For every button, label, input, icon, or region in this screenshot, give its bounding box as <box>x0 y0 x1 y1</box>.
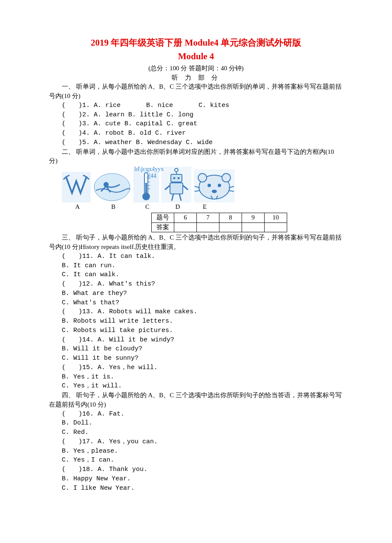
s4-line: B. Happy New Year. <box>49 474 343 484</box>
section-1-intro: 一、 听单词，从每小题所给的 A、B、C 三个选项中选出你所听到的单词，并将答案… <box>49 82 343 101</box>
meta-line: (总分：100 分 答题时间：40 分钟) <box>49 64 343 73</box>
svg-rect-6 <box>145 183 147 196</box>
robot-icon <box>161 167 191 202</box>
ans-6[interactable] <box>174 222 197 232</box>
ans-8[interactable] <box>219 222 242 232</box>
col-9: 9 <box>242 213 265 222</box>
ans-7[interactable] <box>197 222 219 232</box>
section-2-labels: A B C D E <box>63 202 343 212</box>
s3-line: C. Will it be sunny? <box>49 354 343 363</box>
image-c-thermometer <box>133 170 159 202</box>
label-c: C <box>135 202 160 212</box>
image-a-snowflake <box>62 172 91 202</box>
svg-point-27 <box>208 184 211 187</box>
image-e-tiger <box>194 169 235 202</box>
s3-line: ( )12. A. What's this? <box>49 280 343 289</box>
table-row: 答案 <box>152 222 287 232</box>
s1-q2: ( )2. A. learn B. little C. long <box>49 110 343 120</box>
col-10: 10 <box>265 213 287 222</box>
snowflake-icon <box>62 172 91 202</box>
page-title: 2019 年四年级英语下册 Module4 单元综合测试外研版 <box>49 36 343 49</box>
svg-point-25 <box>198 173 207 182</box>
svg-point-16 <box>173 177 176 179</box>
s3-line: C. Robots will take pictures. <box>49 326 343 335</box>
s4-line: ( )16. A. Fat. <box>49 410 343 419</box>
section-3-intro: 三、 听句子，从每小题所给的 A、B、C 三个选项中选出你所听到的句子，并将答案… <box>49 233 343 252</box>
table-row: 题号 6 7 8 9 10 <box>152 213 287 222</box>
s4-line: C. I like New Year. <box>49 484 343 493</box>
s4-line: B. Doll. <box>49 419 343 428</box>
s3-line: B. Yes，it is. <box>49 373 343 382</box>
s3-line: B. What are they? <box>49 289 343 298</box>
s1-q4: ( )4. A. robot B. old C. river <box>49 129 343 138</box>
col-7: 7 <box>197 213 219 222</box>
s4-line: C. Yes，I can. <box>49 456 343 465</box>
svg-rect-15 <box>171 174 182 182</box>
label-b: B <box>95 202 132 212</box>
swimming-icon <box>93 172 131 202</box>
tiger-icon <box>194 169 235 202</box>
page-subtitle: Module 4 <box>49 50 343 63</box>
s1-q3: ( )3. A. cute B. capital C. great <box>49 119 343 129</box>
s3-line: C. Yes，it will. <box>49 381 343 391</box>
s3-line: C. What's that? <box>49 298 343 308</box>
svg-point-29 <box>212 190 217 193</box>
image-b-swimming <box>93 172 131 202</box>
s3-line: ( )14. A. Will it be windy? <box>49 335 343 345</box>
label-a: A <box>63 202 92 212</box>
s3-line: B. It can run. <box>49 261 343 271</box>
s1-q1: ( )1. A. rice B. nice C. kites <box>49 101 343 110</box>
s4-line: ( )17. A. Yes，you can. <box>49 437 343 447</box>
worksheet-page: 2019 年四年级英语下册 Module4 单元综合测试外研版 Module 4… <box>0 0 392 543</box>
col-8: 8 <box>219 213 242 222</box>
col-6: 6 <box>174 213 197 222</box>
s3-line: C. It can walk. <box>49 270 343 280</box>
table-answer-label: 答案 <box>152 222 174 232</box>
s3-line: ( )11. A. It can talk. <box>49 252 343 261</box>
s3-line: ( )15. A. Yes，he will. <box>49 363 343 373</box>
ans-9[interactable] <box>242 222 265 232</box>
s3-line: B. Will it be cloudy? <box>49 344 343 354</box>
label-e: E <box>195 202 244 212</box>
s3-line: ( )13. A. Robots will make cakes. <box>49 307 343 317</box>
s4-line: ( )18. A. Thank you. <box>49 465 343 474</box>
table-header-label: 题号 <box>152 213 174 222</box>
thermometer-icon <box>133 170 159 202</box>
ans-10[interactable] <box>265 222 287 232</box>
section-2-intro: 二、 听单词，从每小题中选出你所听到单词对应的图片，并将答案标号写在题号下边的方… <box>49 147 343 166</box>
label-d: D <box>163 202 193 212</box>
s1-q5: ( )5. A. weather B. Wednesday C. wide <box>49 138 343 147</box>
svg-point-17 <box>178 177 180 179</box>
svg-point-28 <box>218 184 221 187</box>
section-4-intro: 四、 听句子，从每小题所给的 A、B、C 三个选项中选出你所听到句子的恰当答语，… <box>49 391 343 410</box>
answer-table: 题号 6 7 8 9 10 答案 <box>151 213 287 233</box>
section-2-images: ld\jcqx4yyx X44 <box>49 167 343 202</box>
listening-section-label: 听 力 部 分 <box>49 73 343 83</box>
s4-line: C. Red. <box>49 428 343 437</box>
image-d-robot <box>161 167 191 202</box>
svg-point-26 <box>222 173 231 182</box>
svg-rect-18 <box>170 183 183 194</box>
s4-line: B. Yes，please. <box>49 447 343 456</box>
s3-line: B. Robots will write letters. <box>49 317 343 326</box>
